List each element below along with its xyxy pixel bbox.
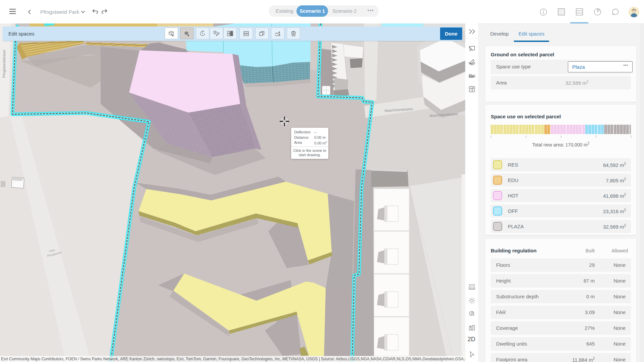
svg-text:Pfingstweidstrasse: Pfingstweidstrasse bbox=[2, 50, 6, 78]
